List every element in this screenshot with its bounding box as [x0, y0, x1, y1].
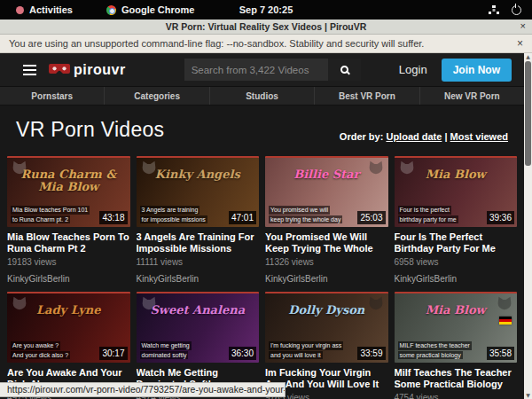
video-card[interactable]: Billie Star You promised we will keep tr…	[265, 156, 388, 285]
focused-app-menu[interactable]: Google Chrome	[106, 4, 195, 15]
video-thumbnail: Lady Lyne Are you awake ? And your dick …	[7, 292, 130, 363]
duration-badge: 35:58	[487, 347, 514, 360]
video-grid: Runa Charm & Mia Blow Mia Blow teaches P…	[7, 156, 517, 399]
duration-badge: 25:03	[357, 211, 385, 224]
thumb-overlay-name: Billie Star	[265, 168, 388, 181]
site-logo[interactable]: pirouvr	[49, 62, 126, 78]
nav-item-pornstars[interactable]: Pornstars	[0, 87, 105, 105]
clock[interactable]: Sep 7 20:25	[0, 4, 532, 15]
caption-line: dominated softly	[140, 351, 189, 359]
caption-line: MILF teaches the teacher	[398, 341, 472, 349]
thumb-caption: I'm fucking your virgin ass and you will…	[269, 341, 343, 359]
thumb-overlay-name: Sweet Analena	[137, 304, 260, 317]
activities-button[interactable]: Activities	[16, 4, 73, 15]
scroll-down-icon[interactable]: ▼	[524, 392, 532, 399]
order-separator: |	[444, 131, 447, 142]
nav-item-studios[interactable]: Studios	[210, 87, 315, 105]
order-link-most-viewed[interactable]: Most viewed	[450, 131, 508, 142]
tab-close-icon[interactable]: ×	[520, 20, 526, 31]
video-thumbnail: Runa Charm & Mia Blow Mia Blow teaches P…	[7, 156, 130, 227]
video-thumbnail: Mia Blow MILF teaches the teacher some p…	[395, 292, 518, 363]
status-url-bar: https://pirouvr.com/vr-porn-video/779325…	[0, 382, 286, 397]
thumb-caption: Mia Blow teaches Porn 101 to Runa Charm …	[11, 206, 90, 223]
thumb-caption: MILF teaches the teacher some practical …	[398, 341, 472, 359]
duration-badge: 33:59	[357, 347, 385, 360]
video-title: You Promised We Will Keep Trying The Who…	[265, 231, 388, 254]
page-title: VR Porn Videos	[16, 118, 164, 142]
recording-dot-icon	[16, 6, 24, 14]
video-card[interactable]: Mia Blow Four is the perfect birthday pa…	[395, 156, 518, 285]
caption-line: I'm fucking your virgin ass	[269, 341, 343, 349]
activities-label: Activities	[29, 4, 73, 15]
studio-link[interactable]: KinkyGirlsBerlin	[265, 274, 388, 285]
caption-line: to Runa Charm pt. 2	[11, 215, 70, 223]
search-input[interactable]	[184, 59, 328, 81]
login-link[interactable]: Login	[399, 63, 427, 76]
scrollbar-thumb[interactable]	[525, 61, 531, 166]
studio-link[interactable]: KinkyGirlsBerlin	[137, 274, 260, 285]
video-thumbnail: Kinky Angels 3 Angels are training for i…	[137, 156, 260, 227]
duration-badge: 30:17	[99, 347, 127, 360]
caption-line: for impossible missions	[140, 215, 207, 223]
network-icon[interactable]	[489, 5, 499, 14]
duration-badge: 43:18	[99, 211, 127, 224]
video-card[interactable]: Runa Charm & Mia Blow Mia Blow teaches P…	[7, 156, 130, 285]
vr-goggles-icon	[49, 64, 70, 75]
thumb-overlay-name: Kinky Angels	[137, 168, 260, 181]
join-now-button[interactable]: Join Now	[442, 59, 512, 82]
thumb-caption: You promised we will keep trying the who…	[269, 206, 342, 223]
video-title: Four Is The Perfect Birthday Party For M…	[395, 231, 518, 254]
app-name-label: Google Chrome	[121, 4, 195, 15]
tab-title: VR Porn: Virtual Reality Sex Videos | Pi…	[166, 21, 367, 32]
caption-line: Are you awake ?	[11, 341, 60, 349]
studio-link[interactable]: KinkyGirlsBerlin	[395, 274, 518, 285]
thumb-overlay-name: Dolly Dyson	[265, 304, 388, 317]
search-button[interactable]	[328, 59, 361, 81]
video-card[interactable]: Mia Blow MILF teaches the teacher some p…	[395, 292, 518, 399]
caption-line: birthday party for me	[398, 215, 458, 223]
thumb-overlay-name: Mia Blow	[395, 304, 518, 317]
thumb-overlay-name: Lady Lyne	[7, 304, 130, 317]
order-by-controls: Order by: Upload date | Most viewed	[340, 131, 508, 142]
browser-viewport: pirouvr Login Join Now Pornstars Categor…	[0, 53, 532, 399]
duration-badge: 39:36	[487, 211, 514, 224]
duration-badge: 47:01	[229, 211, 256, 224]
video-thumbnail: Mia Blow Four is the perfect birthday pa…	[395, 156, 518, 227]
system-top-bar: Activities Google Chrome Sep 7 20:25	[0, 0, 532, 20]
warning-close-icon[interactable]: ×	[517, 37, 523, 50]
warning-message: You are using an unsupported command-lin…	[9, 38, 424, 49]
studio-link[interactable]: KinkyGirlsBerlin	[7, 274, 130, 285]
nav-item-categories[interactable]: Categories	[105, 87, 209, 105]
main-nav: Pornstars Categories Studios Best VR Por…	[0, 86, 524, 106]
view-count: 11111 views	[137, 257, 260, 267]
chrome-warning-bar: You are using an unsupported command-lin…	[0, 35, 532, 53]
thumb-overlay-name: Runa Charm & Mia Blow	[7, 168, 130, 192]
nav-item-new-vr-porn[interactable]: New VR Porn	[420, 87, 524, 105]
video-title: Milf Teaches The Teacher Some Practical …	[395, 367, 518, 389]
page-scrollbar[interactable]: ▲ ▼	[524, 53, 532, 399]
order-link-upload-date[interactable]: Upload date	[386, 131, 442, 142]
thumb-caption: Watch me getting dominated softly	[140, 341, 192, 359]
thumb-caption: Four is the perfect birthday party for m…	[398, 206, 458, 223]
video-title: Mia Blow Teaches Porn To Runa Charm Pt 2	[7, 231, 130, 254]
power-icon[interactable]	[512, 5, 521, 15]
video-title: 3 Angels Are Training For Impossible Mis…	[137, 231, 260, 254]
german-flag-icon	[499, 317, 512, 325]
scroll-up-icon[interactable]: ▲	[524, 53, 532, 60]
view-count: 4754 views	[395, 393, 518, 399]
chrome-icon	[106, 5, 116, 15]
view-count: 11326 views	[265, 257, 388, 267]
nav-item-best-vr-porn[interactable]: Best VR Porn	[315, 87, 419, 105]
video-card[interactable]: Kinky Angels 3 Angels are training for i…	[137, 156, 260, 285]
order-by-label: Order by:	[340, 131, 384, 142]
video-thumbnail: Sweet Analena Watch me getting dominated…	[137, 292, 260, 363]
video-thumbnail: Billie Star You promised we will keep tr…	[265, 156, 388, 227]
view-count: 6958 views	[395, 257, 518, 267]
caption-line: some practical biology	[398, 351, 463, 359]
menu-hamburger-icon[interactable]	[23, 65, 36, 75]
window-title-bar: VR Porn: Virtual Reality Sex Videos | Pi…	[0, 20, 532, 35]
caption-line: Mia Blow teaches Porn 101	[11, 206, 90, 214]
site-header: pirouvr Login Join Now	[0, 53, 524, 86]
search-icon	[340, 66, 348, 74]
caption-line: Four is the perfect	[398, 206, 451, 214]
